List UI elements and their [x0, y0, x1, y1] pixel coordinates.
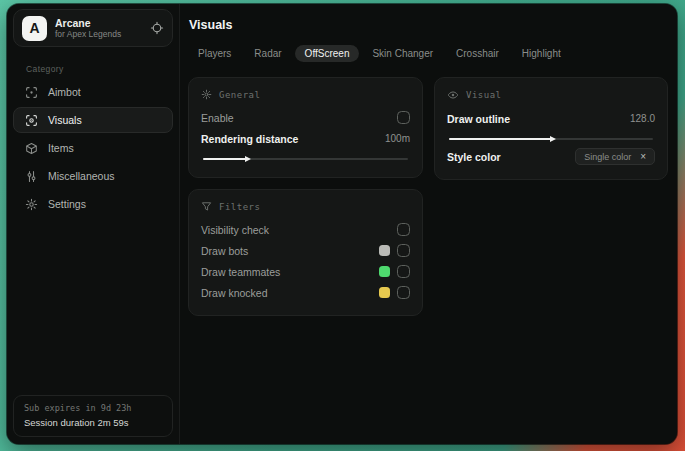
draw-knocked-color-swatch[interactable] [379, 287, 390, 298]
app-subtitle: for Apex Legends [55, 30, 121, 40]
filter-row: Draw knocked [201, 282, 410, 303]
app-header-card: A Arcane for Apex Legends [13, 9, 173, 47]
slider-fill [203, 158, 246, 160]
tab-offscreen[interactable]: OffScreen [295, 45, 360, 62]
panel-title: General [219, 90, 260, 100]
style-color-select[interactable]: Single color × [575, 148, 655, 165]
app-window: A Arcane for Apex Legends Category [7, 4, 677, 444]
style-color-selected-value: Single color [584, 152, 631, 162]
sidebar-item-settings[interactable]: Settings [13, 191, 173, 217]
scan-target-icon [25, 86, 38, 99]
gear-icon [201, 89, 212, 100]
sidebar-item-label: Miscellaneous [48, 170, 115, 182]
sub-expiry-text: Sub expires in 9d 23h [24, 403, 162, 413]
sliders-icon [25, 170, 38, 183]
crosshair-icon[interactable] [150, 21, 164, 35]
draw-teammates-color-swatch[interactable] [379, 266, 390, 277]
general-panel: General Enable Rendering distance 100m [188, 77, 423, 178]
draw-teammates-label: Draw teammates [201, 266, 280, 278]
panel-title: Filters [219, 202, 260, 212]
session-duration-text: Session duration 2m 59s [24, 417, 162, 428]
filters-panel: Filters Visibility check Draw bots [188, 189, 423, 316]
rendering-distance-slider[interactable] [203, 158, 408, 160]
sidebar-item-visuals[interactable]: Visuals [13, 107, 173, 133]
sidebar-item-items[interactable]: Items [13, 135, 173, 161]
subscription-status-card: Sub expires in 9d 23h Session duration 2… [13, 395, 173, 437]
sidebar-nav: Aimbot Visuals [13, 79, 173, 217]
enable-checkbox[interactable] [397, 111, 410, 124]
visual-panel: Visual Draw outline 128.0 Style color Si… [434, 77, 668, 180]
tab-players[interactable]: Players [188, 45, 241, 62]
sidebar-item-miscellaneous[interactable]: Miscellaneous [13, 163, 173, 189]
sidebar-item-label: Visuals [48, 114, 82, 126]
eye-scan-icon [25, 114, 38, 127]
main-content: Visuals Players Radar OffScreen Skin Cha… [180, 4, 677, 444]
tab-highlight[interactable]: Highlight [512, 45, 571, 62]
eye-icon [447, 89, 459, 101]
funnel-icon [201, 201, 212, 212]
sidebar: A Arcane for Apex Legends Category [7, 4, 180, 444]
category-label: Category [26, 64, 179, 74]
filter-row: Draw teammates [201, 261, 410, 282]
panel-title: Visual [466, 90, 502, 100]
draw-teammates-checkbox[interactable] [397, 265, 410, 278]
gear-icon [25, 198, 38, 211]
rendering-distance-value: 100m [385, 133, 410, 144]
sidebar-item-label: Aimbot [48, 86, 81, 98]
filter-row: Visibility check [201, 219, 410, 240]
draw-outline-value: 128.0 [630, 113, 655, 124]
filter-row: Draw bots [201, 240, 410, 261]
style-color-label: Style color [447, 151, 501, 163]
draw-bots-checkbox[interactable] [397, 244, 410, 257]
tab-crosshair[interactable]: Crosshair [446, 45, 509, 62]
close-icon[interactable]: × [640, 152, 646, 162]
draw-knocked-label: Draw knocked [201, 287, 268, 299]
enable-label: Enable [201, 112, 234, 124]
tab-skin-changer[interactable]: Skin Changer [362, 45, 443, 62]
draw-outline-label: Draw outline [447, 113, 510, 125]
draw-bots-color-swatch[interactable] [379, 245, 390, 256]
sidebar-item-label: Items [48, 142, 74, 154]
sidebar-item-aimbot[interactable]: Aimbot [13, 79, 173, 105]
page-title: Visuals [189, 18, 668, 32]
cube-icon [25, 142, 38, 155]
draw-outline-slider[interactable] [449, 138, 653, 140]
draw-bots-label: Draw bots [201, 245, 248, 257]
visibility-check-label: Visibility check [201, 224, 269, 236]
slider-fill [449, 138, 551, 140]
rendering-distance-label: Rendering distance [201, 133, 298, 145]
app-name: Arcane [55, 17, 121, 29]
sidebar-item-label: Settings [48, 198, 86, 210]
visibility-check-checkbox[interactable] [397, 223, 410, 236]
draw-knocked-checkbox[interactable] [397, 286, 410, 299]
tab-bar: Players Radar OffScreen Skin Changer Cro… [188, 45, 668, 62]
tab-radar[interactable]: Radar [244, 45, 291, 62]
app-logo: A [22, 16, 47, 41]
